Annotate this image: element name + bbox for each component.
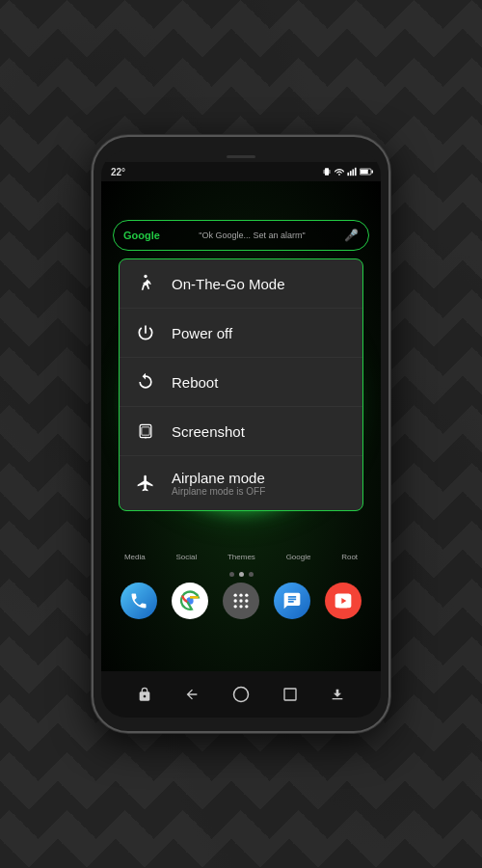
dock-messages[interactable] [274,583,310,619]
power-menu: On-The-Go Mode Power off [119,258,363,511]
messages-icon [282,591,302,610]
menu-item-screenshot[interactable]: Screenshot [120,407,362,456]
tab-google[interactable]: Google [286,553,311,561]
svg-point-17 [239,594,242,597]
power-off-label: Power off [172,325,232,341]
search-hint: "Ok Google... Set an alarm" [166,231,338,240]
google-brand: Google [123,230,160,241]
svg-point-11 [144,275,147,278]
power-icon [135,322,156,343]
svg-point-23 [239,605,242,608]
tab-root[interactable]: Root [341,553,358,561]
app-tabs: Media Social Themes Google Root [101,549,381,565]
dock-apps[interactable] [223,583,259,619]
svg-point-16 [233,594,236,597]
screen-content: 22° [101,150,381,718]
battery-icon [360,167,373,176]
svg-rect-1 [324,170,325,174]
svg-rect-7 [355,168,357,176]
screenshot-label: Screenshot [172,423,245,440]
nav-bar [101,671,381,718]
svg-point-24 [245,605,248,608]
mic-icon[interactable]: 🎤 [344,229,359,242]
airplane-label: Airplane mode [172,470,265,486]
earpiece [101,150,381,162]
lock-icon [137,687,152,702]
signal-icon [347,167,357,176]
status-bar: 22° [101,162,381,181]
svg-point-25 [233,688,248,702]
svg-point-18 [245,594,248,597]
tab-social[interactable]: Social [175,553,197,561]
chrome-icon [179,590,201,611]
walk-icon [135,273,156,294]
screenshot-icon [135,420,156,442]
home-circle-icon [232,686,250,703]
menu-item-on-the-go[interactable]: On-The-Go Mode [120,259,362,309]
phone-icon [129,591,148,610]
svg-rect-2 [330,170,331,174]
svg-rect-0 [325,168,329,176]
download-icon [330,687,345,702]
recents-icon [282,687,298,702]
nav-download[interactable] [330,687,345,702]
svg-point-21 [245,599,248,602]
airplane-sublabel: Airplane mode is OFF [172,486,265,497]
apps-icon [231,591,251,610]
status-icons [322,167,373,176]
dock-phone[interactable] [120,583,157,619]
tab-media[interactable]: Media [124,553,146,561]
bottom-dock [101,577,381,625]
svg-point-3 [338,174,340,176]
svg-rect-5 [350,171,352,176]
menu-item-airplane[interactable]: Airplane mode Airplane mode is OFF [120,456,362,510]
svg-rect-4 [347,173,349,176]
youtube-icon [334,591,353,610]
nav-home[interactable] [232,686,250,703]
svg-rect-13 [142,427,149,435]
search-bar[interactable]: Google "Ok Google... Set an alarm" 🎤 [113,220,369,251]
wifi-icon [335,167,344,176]
wallpaper: Google "Ok Google... Set an alarm" 🎤 12:… [101,181,381,671]
svg-point-22 [233,605,236,608]
dock-youtube[interactable] [325,583,362,619]
back-icon [184,687,200,702]
nav-lock[interactable] [137,687,152,702]
menu-item-power-off[interactable]: Power off [120,309,362,358]
reboot-icon [135,371,156,393]
phone-screen: 22° [101,150,381,718]
svg-rect-6 [352,170,354,176]
svg-rect-26 [284,689,296,700]
svg-rect-10 [372,171,374,174]
nav-back[interactable] [184,687,200,702]
menu-item-reboot[interactable]: Reboot [120,358,362,407]
temperature: 22° [111,167,125,177]
svg-point-14 [145,437,147,439]
reboot-label: Reboot [172,374,218,391]
svg-point-19 [233,599,236,602]
dock-chrome[interactable] [172,583,208,619]
phone-device: 22° [92,135,390,733]
tab-themes[interactable]: Themes [228,553,255,561]
vibrate-icon [322,167,332,176]
svg-rect-9 [361,170,368,175]
nav-recents[interactable] [282,687,298,702]
svg-point-20 [239,599,242,602]
on-the-go-label: On-The-Go Mode [172,276,285,292]
airplane-text-group: Airplane mode Airplane mode is OFF [172,470,265,497]
airplane-icon [135,473,156,494]
